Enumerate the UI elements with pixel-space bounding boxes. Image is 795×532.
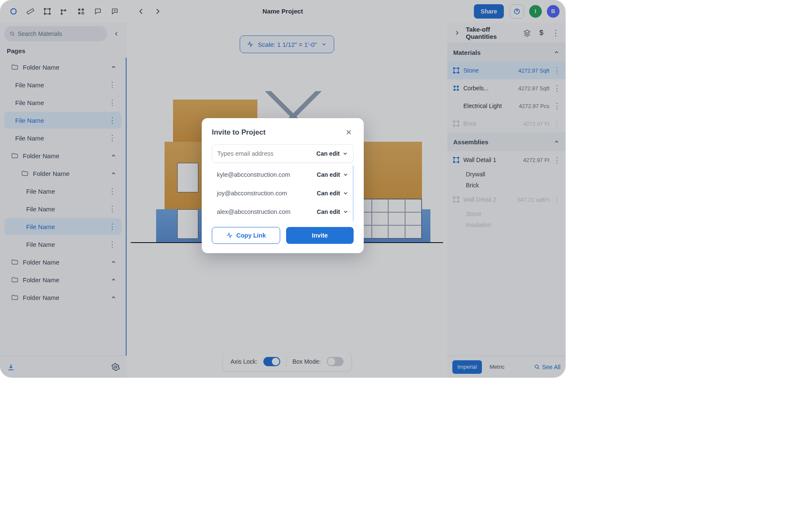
assembly-row[interactable]: Wall Detail 1 4272.97 Ft ⋮ bbox=[447, 151, 565, 169]
svg-rect-26 bbox=[457, 89, 459, 91]
area-icon[interactable] bbox=[40, 4, 55, 19]
material-row: Brick 4272.97 Ft ⋮ bbox=[447, 115, 565, 132]
material-row[interactable]: Electrical Light 4272.97 Pcs ⋮ bbox=[447, 97, 565, 115]
svg-point-9 bbox=[61, 9, 62, 11]
permission-selector[interactable]: Can edit bbox=[317, 208, 349, 215]
material-row[interactable]: Corbels... 4272.97 Sqft ⋮ bbox=[447, 79, 565, 97]
folder-row[interactable]: Folder Name bbox=[4, 271, 122, 288]
comment-icon[interactable] bbox=[90, 4, 105, 19]
kebab-icon[interactable]: ⋮ bbox=[108, 98, 116, 107]
activity-icon bbox=[226, 232, 233, 239]
settings-gear-icon[interactable] bbox=[111, 363, 120, 371]
svg-point-30 bbox=[453, 125, 454, 127]
permission-selector[interactable]: Can edit bbox=[316, 150, 348, 157]
file-label: File Name bbox=[15, 135, 44, 142]
svg-rect-24 bbox=[457, 86, 459, 88]
invite-modal: Invite to Project ✕ Can edit kyle@abccon… bbox=[202, 118, 364, 253]
email-input[interactable]: Can edit bbox=[212, 144, 354, 163]
kebab-icon[interactable]: ⋮ bbox=[108, 133, 116, 143]
file-row[interactable]: File Name⋮ bbox=[4, 112, 122, 129]
area-icon bbox=[452, 156, 460, 164]
logo-gear-icon[interactable] bbox=[6, 4, 21, 19]
assemblies-section-header[interactable]: Assemblies bbox=[447, 132, 565, 151]
dollar-icon[interactable]: $ bbox=[536, 27, 547, 38]
kebab-icon[interactable]: ⋮ bbox=[108, 186, 116, 196]
svg-point-14 bbox=[82, 12, 84, 14]
folder-row[interactable]: Folder Name bbox=[4, 289, 122, 306]
kebab-icon[interactable]: ⋮ bbox=[553, 155, 561, 165]
avatar-1[interactable]: I bbox=[529, 5, 542, 18]
right-panel: Take-off Quantities $ ⋮ Materials Stone … bbox=[447, 23, 565, 378]
layers-icon[interactable] bbox=[522, 27, 533, 38]
file-row[interactable]: File Name⋮ bbox=[4, 76, 122, 93]
svg-point-22 bbox=[458, 72, 459, 73]
comment-add-icon[interactable] bbox=[107, 4, 122, 19]
folder-row[interactable]: Folder Name bbox=[4, 254, 122, 270]
kebab-icon[interactable]: ⋮ bbox=[553, 101, 561, 111]
ruler-icon[interactable] bbox=[23, 4, 38, 19]
svg-rect-27 bbox=[454, 122, 459, 126]
folder-row[interactable]: Folder Name bbox=[4, 147, 122, 164]
undo-arrow-icon[interactable] bbox=[133, 4, 149, 19]
kebab-icon[interactable]: ⋮ bbox=[108, 240, 116, 249]
axis-lock-toggle[interactable] bbox=[263, 357, 280, 366]
copy-link-button[interactable]: Copy Link bbox=[212, 227, 280, 244]
kebab-icon[interactable]: ⋮ bbox=[553, 66, 561, 75]
folder-row[interactable]: Folder Name bbox=[4, 165, 122, 182]
permission-selector[interactable]: Can edit bbox=[317, 171, 349, 178]
search-input[interactable]: Search Materials bbox=[4, 26, 107, 41]
box-mode-toggle[interactable] bbox=[327, 357, 343, 366]
linear-icon[interactable] bbox=[57, 4, 72, 19]
svg-point-29 bbox=[458, 121, 459, 122]
kebab-icon[interactable]: ⋮ bbox=[550, 27, 561, 38]
kebab-icon[interactable]: ⋮ bbox=[553, 84, 561, 93]
invite-button[interactable]: Invite bbox=[286, 227, 354, 244]
file-row[interactable]: File Name⋮ bbox=[4, 218, 122, 235]
chevron-down-icon bbox=[343, 190, 349, 196]
chevron-right-icon[interactable] bbox=[452, 27, 462, 38]
file-row[interactable]: File Name⋮ bbox=[4, 236, 122, 253]
file-label: File Name bbox=[15, 117, 44, 124]
kebab-icon[interactable]: ⋮ bbox=[108, 222, 116, 231]
svg-rect-13 bbox=[78, 12, 80, 14]
invitee-list: kyle@abcconstruction.com Can edit joy@ab… bbox=[212, 165, 354, 221]
kebab-icon[interactable]: ⋮ bbox=[108, 204, 116, 213]
material-value: 4272.97 Sqft bbox=[518, 85, 549, 92]
file-row[interactable]: File Name⋮ bbox=[4, 200, 122, 217]
file-row[interactable]: File Name⋮ bbox=[4, 183, 122, 200]
avatar-2[interactable]: B bbox=[547, 5, 560, 18]
kebab-icon[interactable]: ⋮ bbox=[108, 116, 116, 125]
assembly-sub: Insulation bbox=[447, 219, 565, 230]
folder-label: Folder Name bbox=[33, 170, 70, 177]
scale-selector[interactable]: Scale: 1 1/12" = 1'-0" bbox=[240, 35, 334, 53]
material-row[interactable]: Stone 4272.97 Sqft ⋮ bbox=[447, 62, 565, 79]
folder-label: Folder Name bbox=[23, 64, 59, 71]
email-field[interactable] bbox=[217, 150, 313, 157]
file-row[interactable]: File Name⋮ bbox=[4, 94, 122, 111]
permission-selector[interactable]: Can edit bbox=[317, 190, 349, 197]
collapse-sidebar-button[interactable] bbox=[111, 28, 122, 40]
svg-rect-18 bbox=[454, 68, 459, 73]
assembly-name: Wall Detail 1 bbox=[463, 157, 520, 163]
help-button[interactable] bbox=[510, 4, 524, 19]
redo-arrow-icon[interactable] bbox=[150, 4, 165, 19]
materials-section-header[interactable]: Materials bbox=[447, 43, 565, 62]
svg-rect-11 bbox=[78, 8, 80, 11]
see-all-button[interactable]: See All bbox=[534, 364, 560, 370]
folder-row[interactable]: Folder Name bbox=[4, 59, 122, 76]
top-toolbar: Name Project Share I B bbox=[0, 0, 565, 23]
right-panel-footer: Imperial Metric See All bbox=[447, 356, 565, 378]
svg-rect-3 bbox=[45, 9, 50, 14]
svg-point-7 bbox=[49, 13, 50, 14]
kebab-icon[interactable]: ⋮ bbox=[108, 80, 116, 89]
chevron-up-icon bbox=[554, 49, 560, 55]
count-icon[interactable] bbox=[73, 4, 89, 19]
share-button[interactable]: Share bbox=[474, 4, 504, 19]
close-icon[interactable]: ✕ bbox=[343, 127, 354, 138]
units-imperial[interactable]: Imperial bbox=[452, 360, 482, 374]
project-title: Name Project bbox=[262, 8, 303, 15]
units-metric[interactable]: Metric bbox=[484, 360, 509, 374]
file-row[interactable]: File Name⋮ bbox=[4, 130, 122, 146]
download-icon[interactable] bbox=[7, 363, 15, 371]
material-value: 4272.97 Sqft bbox=[518, 68, 549, 74]
